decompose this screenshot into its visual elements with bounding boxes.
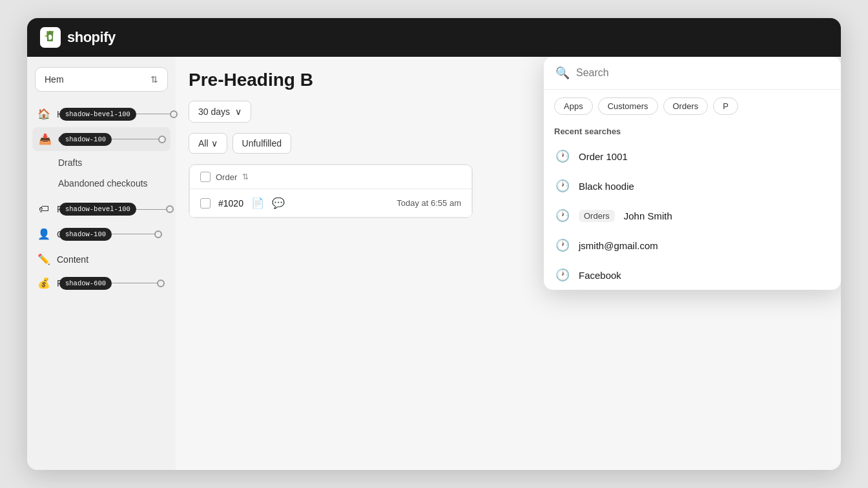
store-selector-chevron: ⇅ bbox=[150, 74, 158, 85]
finances-connector-dot bbox=[157, 280, 165, 287]
search-icon: 🔍 bbox=[555, 66, 570, 80]
comment-icon: 💬 bbox=[272, 197, 285, 209]
orders-connector-dot bbox=[158, 136, 166, 143]
order-column-header: Order bbox=[216, 172, 237, 182]
store-selector[interactable]: Hem ⇅ bbox=[35, 67, 168, 92]
browser-window: shopify Hem ⇅ 🏠 Home shadow-bevel-100 bbox=[27, 18, 841, 470]
search-categories: Apps Customers Orders P bbox=[544, 90, 841, 123]
category-customers-button[interactable]: Customers bbox=[598, 97, 658, 115]
recent-item-order1001[interactable]: 🕐 Order 1001 bbox=[544, 141, 841, 171]
clock-icon-5: 🕐 bbox=[555, 268, 570, 282]
recent-item-facebook-text: Facebook bbox=[579, 270, 621, 281]
document-icon: 📄 bbox=[251, 197, 264, 209]
products-badge-group: shadow-bevel-100 bbox=[59, 203, 174, 216]
search-input[interactable] bbox=[576, 67, 829, 79]
main-content: Pre-Heading B 30 days ∨ All ∨ Unfulfille… bbox=[176, 57, 841, 470]
category-orders-button[interactable]: Orders bbox=[663, 97, 708, 115]
home-connector-dot bbox=[170, 110, 178, 118]
clock-icon-1: 🕐 bbox=[555, 149, 570, 163]
recent-item-blackhoodie-text: Black hoodie bbox=[579, 181, 634, 192]
nav-finances-wrapper: 💰 Finances shadow-600 bbox=[27, 271, 176, 295]
filter-unfulfilled-label: Unfulfilled bbox=[242, 138, 282, 148]
filter-unfulfilled-button[interactable]: Unfulfilled bbox=[232, 133, 291, 154]
category-orders-label: Orders bbox=[673, 101, 699, 111]
date-filter-chevron-icon: ∨ bbox=[235, 107, 242, 117]
top-nav: shopify bbox=[27, 18, 841, 57]
main-area: Hem ⇅ 🏠 Home shadow-bevel-100 📥 bbox=[27, 57, 841, 470]
search-box: 🔍 bbox=[544, 57, 841, 90]
products-icon: 🏷 bbox=[37, 203, 50, 215]
home-icon: 🏠 bbox=[37, 108, 50, 120]
order-timestamp: Today at 6:55 am bbox=[397, 198, 461, 208]
recent-item-jsmith[interactable]: 🕐 jsmith@gmail.com bbox=[544, 230, 841, 260]
sidebar-item-content[interactable]: ✏️ Content bbox=[27, 247, 176, 271]
recent-item-facebook[interactable]: 🕐 Facebook bbox=[544, 260, 841, 290]
recent-item-johnsmith[interactable]: 🕐 Orders John Smith bbox=[544, 201, 841, 230]
home-connector-line bbox=[136, 114, 170, 114]
content-icon: ✏️ bbox=[37, 253, 50, 265]
customers-shadow-badge: shadow-100 bbox=[59, 228, 112, 241]
nav-orders-wrapper: 📥 Orders shadow-100 bbox=[27, 127, 176, 151]
home-shadow-badge: shadow-bevel-100 bbox=[59, 108, 136, 121]
shopify-text: shopify bbox=[67, 29, 116, 46]
finances-connector-line bbox=[112, 283, 157, 283]
sort-icon: ⇅ bbox=[242, 172, 249, 181]
finances-badge-group: shadow-600 bbox=[59, 277, 165, 290]
filter-all-button[interactable]: All ∨ bbox=[189, 133, 227, 154]
clock-icon-4: 🕐 bbox=[555, 238, 570, 252]
category-customers-label: Customers bbox=[608, 101, 648, 111]
filter-all-chevron-icon: ∨ bbox=[211, 138, 218, 148]
recent-item-johnsmith-text: John Smith bbox=[624, 210, 672, 221]
date-filter-button[interactable]: 30 days ∨ bbox=[189, 101, 251, 123]
customers-badge-group: shadow-100 bbox=[59, 228, 162, 241]
search-overlay: 🔍 Apps Customers Orders P bbox=[544, 57, 841, 290]
orders-icon: 📥 bbox=[39, 133, 52, 145]
clock-icon-2: 🕐 bbox=[555, 179, 570, 193]
orders-table: Order ⇅ #1020 📄 💬 Today at 6:55 am bbox=[189, 164, 473, 218]
nav-customers-wrapper: 👤 Customers shadow-100 bbox=[27, 222, 176, 246]
finances-icon: 💰 bbox=[37, 277, 50, 289]
order-number: #1020 bbox=[218, 198, 243, 208]
home-badge-group: shadow-bevel-100 bbox=[59, 108, 178, 121]
store-selector-label: Hem bbox=[45, 74, 64, 85]
products-shadow-badge: shadow-bevel-100 bbox=[59, 203, 136, 216]
customers-connector-dot bbox=[154, 230, 162, 238]
shopify-logo-icon bbox=[40, 27, 61, 48]
products-connector-dot bbox=[166, 205, 174, 213]
orders-shadow-badge: shadow-100 bbox=[59, 133, 112, 146]
sidebar-item-content-label: Content bbox=[57, 254, 88, 265]
recent-item-blackhoodie[interactable]: 🕐 Black hoodie bbox=[544, 171, 841, 201]
select-all-checkbox[interactable] bbox=[200, 172, 211, 182]
category-p-label: P bbox=[723, 101, 728, 111]
category-apps-label: Apps bbox=[564, 101, 583, 111]
customers-icon: 👤 bbox=[37, 228, 50, 240]
sidebar-item-drafts[interactable]: Drafts bbox=[27, 152, 176, 173]
shopify-logo: shopify bbox=[40, 27, 116, 48]
category-p-button[interactable]: P bbox=[713, 97, 738, 115]
sidebar: Hem ⇅ 🏠 Home shadow-bevel-100 📥 bbox=[27, 57, 176, 470]
clock-icon-3: 🕐 bbox=[555, 208, 570, 223]
row-checkbox[interactable] bbox=[200, 198, 211, 208]
finances-shadow-badge: shadow-600 bbox=[59, 277, 112, 290]
orders-connector-line bbox=[112, 139, 158, 139]
nav-products-wrapper: 🏷 Products shadow-bevel-100 bbox=[27, 198, 176, 221]
table-header: Order ⇅ bbox=[189, 165, 472, 189]
customers-connector-line bbox=[112, 234, 154, 234]
date-filter-label: 30 days bbox=[198, 107, 230, 117]
category-apps-button[interactable]: Apps bbox=[554, 97, 593, 115]
filter-all-label: All bbox=[198, 138, 209, 148]
products-connector-line bbox=[136, 209, 166, 210]
sidebar-item-abandoned[interactable]: Abandoned checkouts bbox=[27, 173, 176, 194]
orders-badge-group: shadow-100 bbox=[59, 133, 166, 146]
recent-searches-label: Recent searches bbox=[544, 123, 841, 141]
nav-home-wrapper: 🏠 Home shadow-bevel-100 bbox=[27, 102, 176, 126]
recent-item-jsmith-text: jsmith@gmail.com bbox=[579, 240, 658, 251]
johnsmith-badge: Orders bbox=[579, 210, 615, 222]
table-row[interactable]: #1020 📄 💬 Today at 6:55 am bbox=[189, 189, 472, 218]
recent-item-order1001-text: Order 1001 bbox=[579, 151, 628, 162]
